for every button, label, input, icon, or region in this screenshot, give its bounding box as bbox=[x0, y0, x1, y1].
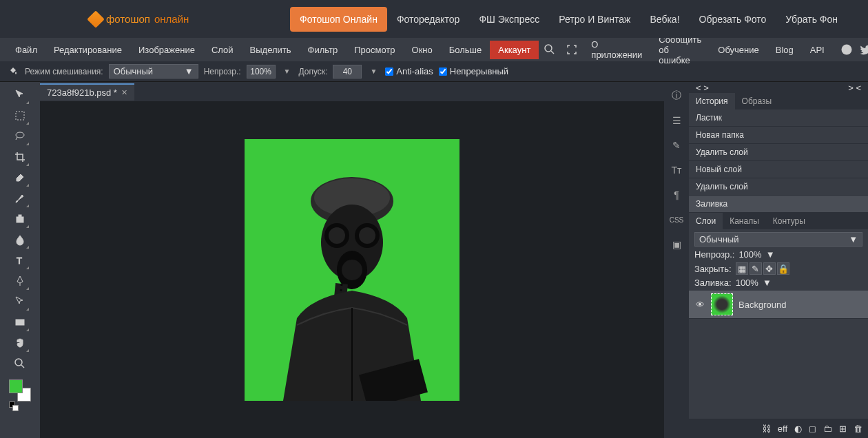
reddit-icon[interactable] bbox=[840, 43, 854, 56]
lock-position-icon[interactable]: ✥ bbox=[763, 262, 776, 275]
fullscreen-icon[interactable] bbox=[561, 40, 583, 59]
canvas-viewport[interactable] bbox=[40, 101, 664, 438]
adjustments-panel-icon[interactable]: ☰ bbox=[667, 111, 686, 130]
panel-collapse-bar[interactable]: < > > < bbox=[689, 82, 868, 93]
layer-row[interactable]: 👁 Background bbox=[689, 291, 868, 319]
blend-mode-select[interactable]: Обычный▼ bbox=[109, 64, 198, 79]
move-tool[interactable] bbox=[10, 85, 30, 105]
nav-photoeditor[interactable]: Фоторедактор bbox=[387, 7, 470, 32]
history-item[interactable]: Заливка bbox=[689, 196, 868, 213]
default-colors-icon[interactable] bbox=[9, 402, 19, 411]
nav-express[interactable]: ФШ Экспресс bbox=[469, 7, 549, 32]
menu-window[interactable]: Окно bbox=[404, 41, 441, 59]
chevron-down-icon[interactable]: ▼ bbox=[766, 249, 775, 260]
tolerance-label: Допуск: bbox=[298, 67, 327, 76]
menu-view[interactable]: Просмотр bbox=[346, 41, 403, 59]
menu-file[interactable]: Файл bbox=[7, 41, 45, 59]
comps-tab[interactable]: Образы bbox=[735, 93, 779, 110]
menu-account[interactable]: Аккаунт bbox=[490, 41, 539, 59]
tolerance-input[interactable]: 40 bbox=[333, 65, 362, 79]
svg-point-0 bbox=[545, 45, 552, 52]
search-icon[interactable] bbox=[539, 40, 561, 59]
menu-bar: Файл Редактирование Изображение Слой Выд… bbox=[0, 38, 868, 61]
paragraph-panel-icon[interactable]: ¶ bbox=[667, 185, 686, 205]
nav-webcam[interactable]: Вебка! bbox=[640, 7, 689, 32]
history-item[interactable]: Удалить слой bbox=[689, 144, 868, 161]
layer-blend-select[interactable]: Обычный▼ bbox=[694, 232, 862, 247]
logo[interactable]: фотошоп онлайн bbox=[90, 13, 189, 25]
menu-edit[interactable]: Редактирование bbox=[45, 41, 130, 59]
fill-value[interactable]: 100% bbox=[736, 278, 758, 288]
paths-tab[interactable]: Контуры bbox=[766, 213, 812, 229]
layer-thumbnail[interactable] bbox=[711, 293, 733, 315]
history-item[interactable]: Ластик bbox=[689, 110, 868, 127]
channels-tab[interactable]: Каналы bbox=[723, 213, 766, 229]
chevron-down-icon[interactable]: ▼ bbox=[763, 278, 772, 288]
eraser-tool[interactable] bbox=[10, 168, 30, 187]
tolerance-dropdown-icon[interactable]: ▼ bbox=[367, 67, 380, 75]
menu-image[interactable]: Изображение bbox=[130, 41, 203, 59]
menu-layer[interactable]: Слой bbox=[203, 41, 242, 59]
lasso-tool[interactable] bbox=[10, 127, 30, 146]
delete-layer-icon[interactable]: 🗑 bbox=[854, 424, 862, 434]
history-tab[interactable]: История bbox=[689, 93, 735, 110]
crop-tool[interactable] bbox=[10, 147, 30, 167]
history-item[interactable]: Удалить слой bbox=[689, 178, 868, 196]
lock-transparency-icon[interactable]: ▦ bbox=[736, 262, 748, 275]
link-layers-icon[interactable]: ⛓ bbox=[762, 424, 771, 434]
canvas[interactable] bbox=[245, 139, 459, 401]
top-nav: Фотошоп Онлайн Фоторедактор ФШ Экспресс … bbox=[290, 7, 847, 32]
canvas-area: 723a8f921b.psd * ✕ bbox=[40, 82, 664, 438]
nav-retro[interactable]: Ретро И Винтаж bbox=[549, 7, 640, 32]
menu-api[interactable]: API bbox=[802, 41, 833, 59]
clone-tool[interactable] bbox=[10, 209, 30, 229]
history-item[interactable]: Новая папка bbox=[689, 127, 868, 144]
nav-removebg[interactable]: Убрать Фон bbox=[776, 7, 847, 32]
panel-icon-tabs: ⓘ ☰ ✎ Tт ¶ CSS ▣ bbox=[664, 82, 689, 438]
type-panel-icon[interactable]: Tт bbox=[667, 160, 686, 180]
layer-name[interactable]: Background bbox=[738, 300, 786, 310]
menu-learn[interactable]: Обучение bbox=[710, 41, 767, 59]
visibility-icon[interactable]: 👁 bbox=[694, 299, 705, 310]
effects-button[interactable]: eff bbox=[778, 424, 787, 434]
history-item[interactable]: Новый слой bbox=[689, 161, 868, 178]
brush-panel-icon[interactable]: ✎ bbox=[667, 136, 686, 155]
contiguous-checkbox[interactable]: Непрерывный bbox=[439, 66, 508, 76]
document-tab[interactable]: 723a8f921b.psd * ✕ bbox=[40, 83, 134, 101]
menu-select[interactable]: Выделить bbox=[242, 41, 300, 59]
info-panel-icon[interactable]: ⓘ bbox=[667, 86, 686, 105]
image-panel-icon[interactable]: ▣ bbox=[667, 235, 686, 254]
opacity-dropdown-icon[interactable]: ▼ bbox=[281, 67, 293, 75]
menu-about[interactable]: О приложении bbox=[583, 35, 650, 64]
new-layer-icon[interactable]: ⊞ bbox=[839, 424, 847, 434]
new-folder-icon[interactable]: 🗀 bbox=[823, 424, 832, 434]
color-swatch[interactable] bbox=[9, 379, 31, 402]
pen-tool[interactable] bbox=[10, 271, 30, 291]
nav-photoshop-online[interactable]: Фотошоп Онлайн bbox=[290, 7, 387, 32]
type-tool[interactable]: T bbox=[10, 251, 30, 270]
css-panel-icon[interactable]: CSS bbox=[667, 210, 686, 229]
opacity-input[interactable]: 100% bbox=[247, 65, 276, 79]
adjustment-layer-icon[interactable]: ◐ bbox=[794, 424, 802, 434]
menu-blog[interactable]: Blog bbox=[767, 41, 802, 59]
layer-mask-icon[interactable]: ◻ bbox=[809, 424, 816, 434]
lock-pixels-icon[interactable]: ✎ bbox=[750, 262, 762, 275]
menu-more[interactable]: Больше bbox=[441, 41, 490, 59]
lock-all-icon[interactable]: 🔒 bbox=[777, 262, 789, 275]
antialias-checkbox[interactable]: Anti-alias bbox=[385, 66, 433, 76]
path-select-tool[interactable] bbox=[10, 292, 30, 311]
right-panels: ⓘ ☰ ✎ Tт ¶ CSS ▣ < > > < История Образы … bbox=[664, 82, 868, 438]
blur-tool[interactable] bbox=[10, 230, 30, 249]
zoom-tool[interactable] bbox=[10, 354, 30, 373]
marquee-tool[interactable] bbox=[10, 106, 30, 125]
menu-filter[interactable]: Фильтр bbox=[300, 41, 347, 59]
layer-opacity-value[interactable]: 100% bbox=[738, 249, 761, 260]
close-icon[interactable]: ✕ bbox=[121, 88, 127, 97]
layers-tab[interactable]: Слои bbox=[689, 213, 723, 229]
brush-tool[interactable] bbox=[10, 189, 30, 208]
foreground-color[interactable] bbox=[9, 379, 23, 393]
hand-tool[interactable] bbox=[10, 333, 30, 353]
nav-crop[interactable]: Обрезать Фото bbox=[690, 7, 776, 32]
twitter-icon[interactable] bbox=[859, 43, 868, 56]
shape-tool[interactable] bbox=[10, 313, 30, 332]
